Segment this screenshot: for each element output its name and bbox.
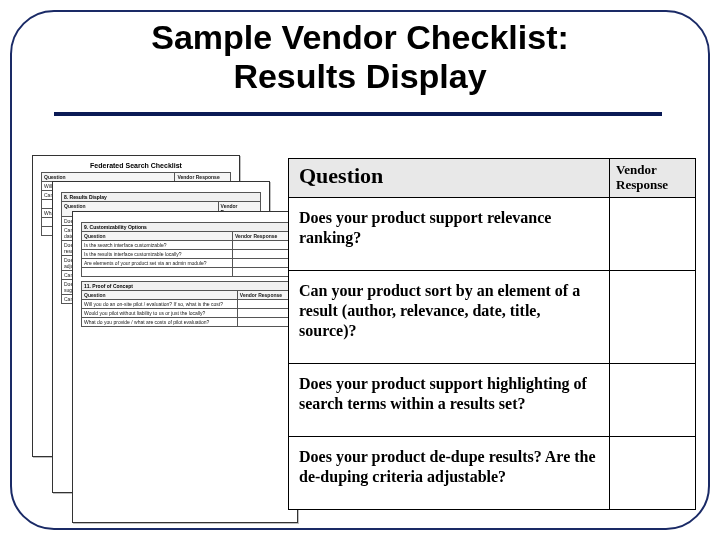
question-cell: Does your product support relevance rank… bbox=[289, 197, 610, 270]
table-row: Can your product sort by an element of a… bbox=[289, 270, 696, 363]
question-cell: Does your product de-dupe results? Are t… bbox=[289, 436, 610, 509]
mid-section-heading: 8. Results Display bbox=[61, 192, 261, 201]
response-cell bbox=[610, 270, 696, 363]
response-cell bbox=[610, 197, 696, 270]
checklist-table-wrap: Question Vendor Response Does your produ… bbox=[288, 158, 696, 510]
table-header-row: Question Vendor Response bbox=[289, 159, 696, 198]
slide-title: Sample Vendor Checklist: Results Display bbox=[0, 18, 720, 96]
header-question: Question bbox=[289, 159, 610, 198]
table-row: Does your product support highlighting o… bbox=[289, 363, 696, 436]
front-doc-table-b: QuestionVendor Response Will you do an o… bbox=[81, 290, 289, 327]
title-line-2: Results Display bbox=[233, 57, 486, 95]
question-cell: Can your product sort by an element of a… bbox=[289, 270, 610, 363]
title-line-1: Sample Vendor Checklist: bbox=[151, 18, 569, 56]
checklist-table: Question Vendor Response Does your produ… bbox=[288, 158, 696, 510]
response-cell bbox=[610, 363, 696, 436]
title-underline bbox=[54, 112, 662, 116]
table-row: Does your product de-dupe results? Are t… bbox=[289, 436, 696, 509]
front-section-a: 9. Customizability Options bbox=[81, 222, 289, 231]
front-doc-table-a: QuestionVendor Response Is the search in… bbox=[81, 231, 289, 277]
document-stack: Federated Search Checklist QuestionVendo… bbox=[32, 155, 292, 515]
front-section-b: 11. Proof of Concept bbox=[81, 281, 289, 290]
header-response: Vendor Response bbox=[610, 159, 696, 198]
question-cell: Does your product support highlighting o… bbox=[289, 363, 610, 436]
stack-doc-front: 9. Customizability Options QuestionVendo… bbox=[72, 211, 298, 523]
table-row: Does your product support relevance rank… bbox=[289, 197, 696, 270]
back-doc-title: Federated Search Checklist bbox=[41, 162, 231, 169]
response-cell bbox=[610, 436, 696, 509]
